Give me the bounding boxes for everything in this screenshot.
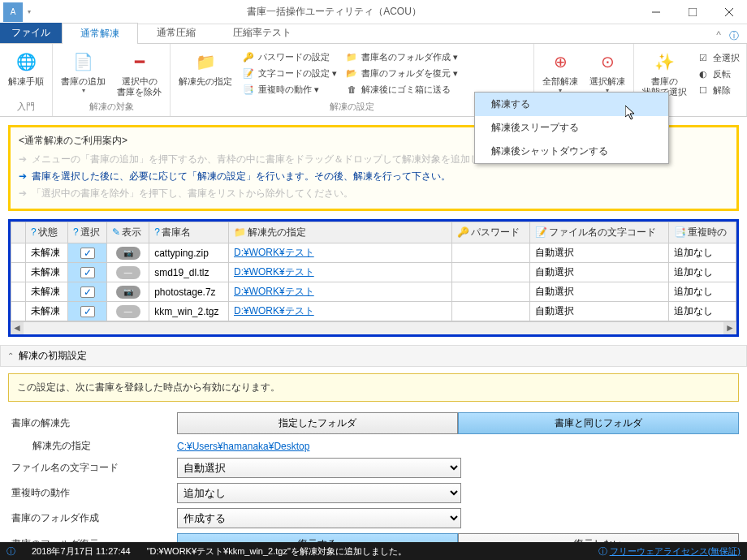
settings-header[interactable]: ⌃ 解凍の初期設定 (0, 345, 747, 367)
maximize-button[interactable] (674, 0, 710, 24)
dest-label: 書庫の解凍先 (8, 416, 171, 430)
col-name[interactable]: ?書庫名 (149, 222, 229, 243)
dup-label: 重複時の動作 (8, 486, 171, 500)
encoding-select[interactable]: 自動選択 (177, 458, 461, 478)
dest-specified-button[interactable]: 指定したフォルダ (177, 412, 458, 434)
tab-extract[interactable]: 通常解凍 (62, 23, 138, 44)
invert-icon: ◐ (697, 68, 710, 81)
archive-table: ?状態 ?選択 ✎表示 ?書庫名 📁解凍先の指定 🔑パスワード 📝ファイル名の文… (11, 222, 736, 321)
key-icon: 🔑 (242, 50, 255, 63)
extract-all-dropdown: 解凍する 解凍後スリープする 解凍後シャットダウンする (474, 92, 669, 164)
scroll-right-icon[interactable]: ► (723, 322, 736, 334)
help-icon[interactable]: ^ (716, 29, 721, 43)
clear-icon: ☐ (697, 84, 710, 97)
cell-encoding: 自動選択 (529, 282, 669, 302)
cell-dest[interactable]: D:¥WORK¥テスト (229, 282, 452, 302)
cell-status: 未解凍 (26, 243, 68, 263)
extract-all-icon: ⊕ (547, 49, 573, 75)
duplicate-select[interactable]: 追加なし (177, 483, 461, 503)
cell-display[interactable]: 📷 (107, 243, 149, 263)
cell-display[interactable]: 📷 (107, 282, 149, 302)
tab-ratio-test[interactable]: 圧縮率テスト (214, 22, 310, 43)
dest-folder-button[interactable]: 📁 解凍先の指定 (175, 47, 235, 99)
h-scrollbar[interactable]: ◄ ► (11, 321, 736, 334)
mkdir-label: 書庫のフォルダ作成 (8, 511, 171, 525)
cell-select[interactable]: ✓ (67, 302, 106, 321)
svg-rect-1 (689, 8, 697, 16)
dest-sub-label: 解凍先の指定 (8, 439, 171, 453)
duplicate-action-item[interactable]: 📑重複時の動作 ▾ (240, 82, 339, 97)
info-line-2: ➔書庫を選択した後に、必要に応じて「解凍の設定」を行います。その後、解凍を行って… (19, 168, 728, 185)
select-all-icon: ☑ (697, 52, 710, 65)
table-row[interactable]: 未解凍✓—smd19_dl.tlzD:¥WORK¥テスト自動選択追加なし (11, 263, 736, 282)
menu-extract-sleep[interactable]: 解凍後スリープする (475, 116, 668, 140)
cell-dest[interactable]: D:¥WORK¥テスト (229, 263, 452, 282)
scroll-left-icon[interactable]: ◄ (11, 322, 24, 334)
dest-same-folder-button[interactable]: 書庫と同じフォルダ (458, 412, 739, 434)
folder-restore-icon: 📂 (345, 67, 358, 80)
app-icon: A (3, 2, 23, 22)
encoding-setting-item[interactable]: 📝文字コードの設定 ▾ (240, 66, 339, 80)
mkdir-select[interactable]: 作成する (177, 508, 461, 528)
chevron-up-icon: ⌃ (7, 351, 14, 360)
col-encoding[interactable]: 📝ファイル名の文字コード (529, 222, 669, 243)
password-setting-item[interactable]: 🔑パスワードの設定 (240, 50, 339, 64)
info-icon[interactable]: ⓘ (729, 29, 739, 43)
enc-label: ファイル名の文字コード (8, 461, 171, 475)
globe-icon: 🌐 (13, 49, 39, 75)
close-button[interactable] (710, 0, 747, 24)
cell-select[interactable]: ✓ (67, 263, 106, 282)
cell-password (452, 243, 529, 263)
cell-name: cattyping.zip (149, 243, 229, 263)
cell-status: 未解凍 (26, 302, 68, 321)
col-dest[interactable]: 📁解凍先の指定 (229, 222, 452, 243)
extract-steps-button[interactable]: 🌐 解凍手順 (5, 47, 47, 99)
clear-selection-item[interactable]: ☐解除 (695, 84, 741, 98)
cell-select[interactable]: ✓ (67, 243, 106, 263)
license-link[interactable]: フリーウェアライセンス(無保証) (610, 546, 741, 556)
remove-selected-button[interactable]: ━ 選択中の 書庫を除外 (114, 47, 165, 99)
window-title: 書庫一括操作ユーティリティ（ACOU） (31, 5, 637, 19)
cell-display[interactable]: — (107, 263, 149, 282)
info-license-icon: ⓘ (598, 546, 607, 556)
col-select[interactable]: ?選択 (67, 222, 106, 243)
col-dup[interactable]: 📑重複時の (669, 222, 736, 243)
file-tab[interactable]: ファイル (0, 23, 62, 43)
tab-compress[interactable]: 通常圧縮 (138, 22, 214, 43)
cell-password (452, 302, 529, 321)
status-bar: ⓘ 2018年7月17日 11:27:44 "D:¥WORK¥テスト¥kkm_w… (0, 542, 747, 560)
settings-body: この設定は、次に書庫を登録した時点から有効になります。 書庫の解凍先 指定したフ… (0, 367, 747, 560)
cell-dup: 追加なし (669, 243, 736, 263)
cell-password (452, 282, 529, 302)
minimize-button[interactable] (637, 0, 674, 24)
wand-icon: ✨ (652, 49, 678, 75)
cell-dest[interactable]: D:¥WORK¥テスト (229, 243, 452, 263)
table-row[interactable]: 未解凍✓—kkm_win_2.tgzD:¥WORK¥テスト自動選択追加なし (11, 302, 736, 321)
status-datetime: 2018年7月17日 11:27:44 (32, 545, 131, 558)
cell-dup: 追加なし (669, 263, 736, 282)
cell-select[interactable]: ✓ (67, 282, 106, 302)
col-display[interactable]: ✎表示 (107, 222, 149, 243)
cell-dest[interactable]: D:¥WORK¥テスト (229, 302, 452, 321)
trash-after-item[interactable]: 🗑解凍後にゴミ箱に送る (343, 82, 460, 97)
chevron-down-icon: ▾ (82, 87, 85, 94)
col-password[interactable]: 🔑パスワード (452, 222, 529, 243)
create-folder-item[interactable]: 📁書庫名のフォルダ作成 ▾ (343, 50, 460, 64)
table-row[interactable]: 未解凍✓📷cattyping.zipD:¥WORK¥テスト自動選択追加なし (11, 243, 736, 263)
select-all-item[interactable]: ☑全選択 (695, 51, 741, 66)
restore-folder-item[interactable]: 📂書庫のフォルダを復元 ▾ (343, 66, 460, 80)
cell-display[interactable]: — (107, 302, 149, 321)
cell-encoding: 自動選択 (529, 243, 669, 263)
add-archive-button[interactable]: 📄 書庫の追加 ▾ (58, 47, 109, 99)
col-status[interactable]: ?状態 (26, 222, 68, 243)
menu-extract[interactable]: 解凍する (475, 93, 668, 116)
menu-extract-shutdown[interactable]: 解凍後シャットダウンする (475, 140, 668, 163)
table-row[interactable]: 未解凍✓📷photostage.7zD:¥WORK¥テスト自動選択追加なし (11, 282, 736, 302)
trash-icon: 🗑 (345, 83, 358, 96)
invert-selection-item[interactable]: ◐反転 (695, 67, 741, 82)
info-status-icon: ⓘ (6, 545, 15, 558)
dest-path-link[interactable]: C:¥Users¥hamanaka¥Desktop (177, 441, 309, 452)
cell-encoding: 自動選択 (529, 302, 669, 321)
info-line-3: ➔「選択中の書庫を除外」を押下し、書庫をリストから除外してください。 (19, 185, 728, 202)
tab-bar: ファイル 通常解凍 通常圧縮 圧縮率テスト ^ ⓘ (0, 24, 747, 44)
